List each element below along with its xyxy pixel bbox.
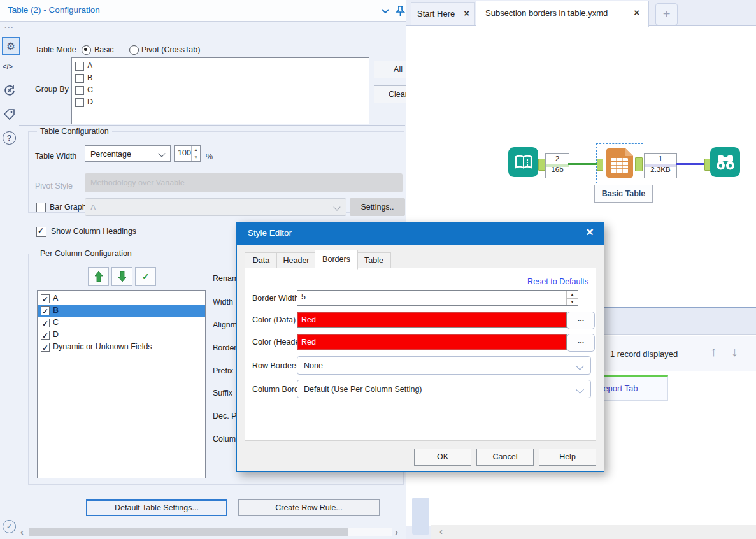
column-borders-select[interactable]: Default (Use Per Column Setting) [297,380,591,398]
dialog-titlebar[interactable]: Style Editor × [237,222,604,245]
table-width-mode-select[interactable]: Percentage [85,145,171,162]
row-borders-select[interactable]: None [297,356,591,375]
chevron-down-icon [158,150,165,157]
color-header-picker-button[interactable]: ... [567,334,595,352]
group-by-list[interactable]: A B C D [71,57,369,124]
status-check-icon: ✓ [3,520,16,533]
ellipsis-icon: ... [578,314,584,323]
list-item[interactable]: D [38,329,205,341]
list-item[interactable]: C [38,317,205,329]
list-item[interactable]: B [72,72,369,84]
spinner-buttons[interactable]: ▲ ▼ [566,291,578,305]
cancel-button[interactable]: Cancel [476,449,534,466]
color-header-swatch[interactable]: Red [297,334,567,350]
toolbar-separator [752,342,752,366]
vertical-scrollbar-stub[interactable] [412,498,429,535]
border-width-input[interactable]: 5 ▲ ▼ [297,290,578,306]
code-icon[interactable]: </> [3,62,13,70]
configuration-tab-button[interactable]: ⚙ [2,37,20,55]
group-by-all-button[interactable]: All [374,61,406,78]
bar-graph-checkbox[interactable] [36,203,46,212]
ellipsis-icon: ... [578,336,584,345]
per-column-configuration-legend: Per Column Configuration [37,249,135,258]
percent-label: % [206,152,213,161]
select-all-columns-button[interactable]: ✓ [135,267,156,286]
spin-up-icon: ▲ [194,148,198,152]
bar-graph-select: A [85,198,346,216]
create-row-rule-button[interactable]: Create Row Rule... [238,499,380,516]
checkbox[interactable] [41,319,50,327]
color-data-picker-button[interactable]: ... [567,312,595,329]
table-width-spinner[interactable]: 100 ▲ ▼ [174,145,201,162]
tab-start-here[interactable]: Start Here × [411,2,475,25]
input-anchor[interactable] [597,159,603,171]
scroll-left-icon[interactable]: ‹ [439,526,443,536]
close-icon[interactable]: × [464,8,469,18]
arrow-down-icon[interactable]: ↓ [731,344,738,359]
color-data-swatch[interactable]: Red [297,312,567,328]
horizontal-scrollbar-thumb[interactable] [29,528,348,536]
arrow-up-icon[interactable]: ↑ [710,344,717,359]
reset-to-defaults-link[interactable]: Reset to Defaults [527,277,588,286]
tool-label-tooltip: Basic Table [594,185,653,203]
checkbox[interactable] [75,86,84,95]
checkbox[interactable] [75,98,84,107]
tab-workflow-active[interactable]: Subsection borders in table.yxmd × [476,1,649,27]
text-input-tool[interactable] [508,147,538,177]
checkbox[interactable] [75,62,84,71]
radio-basic-label[interactable]: Basic [94,45,114,54]
tag-icon[interactable] [3,108,16,121]
list-item[interactable]: A [38,292,205,305]
list-item[interactable]: Dynamic or Unknown Fields [38,341,205,353]
move-down-button[interactable] [111,267,132,286]
scroll-right-icon[interactable]: › [395,526,398,537]
checkbox[interactable] [41,343,50,352]
radio-pivot[interactable] [129,45,139,55]
new-tab-button[interactable]: + [655,3,678,25]
spinner-buttons[interactable]: ▲ ▼ [191,146,200,161]
ok-button[interactable]: OK [414,449,471,466]
binoculars-icon [715,154,736,171]
tab-header[interactable]: Header [276,252,316,270]
checkbox[interactable] [41,294,50,303]
output-anchor[interactable] [635,157,643,171]
checkbox[interactable] [41,331,50,340]
per-column-list[interactable]: A B C D Dynamic or Unknown Fields [37,290,206,478]
move-up-button[interactable] [88,267,109,286]
radio-pivot-label[interactable]: Pivot (CrossTab) [141,45,200,54]
bar-graph-settings-button[interactable]: Settings.. [350,198,405,216]
checkbox[interactable] [41,306,50,315]
chevron-down-icon [576,362,584,370]
group-by-clear-button[interactable]: Clear [374,85,406,103]
canvas-horizontal-scrollbar[interactable]: ‹ [431,525,756,539]
close-icon[interactable]: × [586,225,594,240]
default-table-settings-button[interactable]: Default Table Settings... [86,499,227,516]
close-icon[interactable]: × [634,7,639,18]
refresh-icon[interactable] [3,84,17,98]
basic-table-tool[interactable] [604,147,634,178]
radio-basic[interactable] [82,45,91,55]
list-item[interactable]: C [72,84,369,96]
help-button[interactable]: Help [539,449,596,466]
field-label-border: Border [213,343,237,352]
pivot-style-field: Methodology over Variable [85,173,403,192]
help-icon[interactable]: ? [3,131,16,145]
connection-badge: 2 16b [545,153,569,178]
connection-badge: 1 2.3KB [644,153,677,178]
browse-tool[interactable] [710,147,740,177]
output-anchor[interactable] [538,159,545,171]
show-column-headings-checkbox[interactable] [36,227,46,237]
check-icon: ✓ [142,271,150,282]
pin-icon[interactable] [395,5,406,17]
list-item[interactable]: A [72,60,369,72]
list-item-selected[interactable]: B [38,305,205,317]
dialog-title: Style Editor [248,228,292,238]
chevron-down-icon[interactable] [381,8,390,14]
checkbox[interactable] [75,74,84,83]
list-item[interactable]: D [72,96,369,108]
tab-table[interactable]: Table [357,252,391,270]
tab-data[interactable]: Data [245,252,278,270]
tab-borders[interactable]: Borders [315,250,358,270]
scroll-left-icon[interactable]: ‹ [20,526,24,537]
overflow-menu-icon[interactable]: ··· [4,23,14,32]
